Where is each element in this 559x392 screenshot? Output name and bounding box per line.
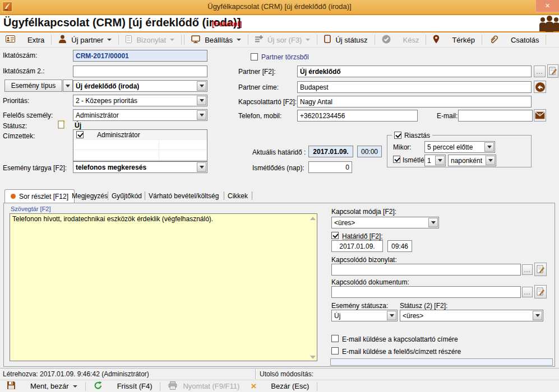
tab-varhato-bevetel[interactable]: Várható bevétel/költség: [149, 192, 219, 200]
refresh-button[interactable]: Frissít (F4): [87, 381, 159, 392]
partner-label: Partner [F2]:: [238, 68, 276, 76]
note-icon: [58, 120, 65, 130]
envelope-icon: [535, 111, 545, 119]
close-button[interactable]: Bezár (Esc): [264, 381, 316, 392]
cimzettek-list[interactable]: Adminisztrátor: [73, 129, 207, 161]
event-type-button[interactable]: Esemény típus: [4, 80, 62, 92]
combo-dropdown-button[interactable]: [533, 311, 542, 320]
window-close-button[interactable]: ×: [535, 0, 559, 12]
ismetlodes-field[interactable]: [308, 161, 352, 173]
tab-label: Sor részlet [F12]: [19, 193, 68, 200]
list-item[interactable]: [73, 140, 207, 150]
aktualis-hatarido-time-field[interactable]: [357, 146, 382, 157]
chevron-down-icon: [170, 39, 174, 41]
esemeny-targya-combo[interactable]: telefonos megkeresés: [73, 161, 207, 173]
chevron-down-icon[interactable]: [107, 39, 112, 41]
combo-dropdown-button[interactable]: [197, 162, 206, 172]
combo-dropdown-button[interactable]: [428, 218, 438, 227]
list-item[interactable]: Adminisztrátor: [73, 130, 207, 140]
hatarido-time-field[interactable]: [387, 240, 412, 252]
save-close-button[interactable]: Ment, bezár: [0, 381, 84, 392]
combo-dropdown-button[interactable]: [484, 142, 494, 152]
tab-sor-reszlet[interactable]: Sor részlet [F12]: [4, 189, 75, 203]
tab-cikkek[interactable]: Cikkek: [228, 192, 248, 200]
iktatoszam2-field[interactable]: [73, 66, 207, 77]
esemeny-targya-label: Esemény tárgya [F2]:: [3, 164, 67, 172]
ismetles-count-combo[interactable]: 1: [424, 155, 446, 166]
hatarido-date-field[interactable]: [331, 240, 383, 252]
telefon-label: Telefon, mobil:: [238, 112, 281, 120]
send-email-button[interactable]: [534, 109, 546, 122]
ismetlodes-label: Ismétlődés (nap):: [252, 164, 304, 172]
partner-torzsbol-checkbox[interactable]: [251, 53, 258, 60]
email-field[interactable]: [458, 110, 533, 122]
combo-dropdown-button[interactable]: [197, 110, 206, 120]
toolbar-new-row-button[interactable]: Új sor (F3): [250, 34, 316, 46]
toolbar-extra-button[interactable]: Extra: [0, 34, 50, 46]
combo-dropdown-button[interactable]: [486, 156, 495, 165]
partner-edit-button[interactable]: [547, 64, 558, 78]
active-tab-dot-icon: [11, 194, 16, 199]
toolbar-new-status-button[interactable]: Új státusz: [318, 34, 373, 46]
felelos-combo[interactable]: Adminisztrátor: [73, 109, 207, 121]
kapcsolat-modja-combo[interactable]: <üres>: [331, 217, 439, 228]
partner-browse-button[interactable]: ...: [534, 66, 546, 77]
chevron-down-icon[interactable]: [73, 385, 77, 388]
print-button[interactable]: Nyomtat (F9/F11): [161, 381, 246, 392]
toolbar-voucher-button[interactable]: Bizonylat: [120, 34, 180, 46]
kapcsolat-modja-value: <üres>: [334, 219, 355, 227]
chevron-down-icon[interactable]: [237, 39, 241, 41]
toolbar-attach-button[interactable]: Csatolás: [483, 34, 545, 46]
toolbar-settings-button[interactable]: Beállítás: [186, 34, 247, 46]
scroll-up-icon[interactable]: [310, 217, 316, 220]
szovegtar-link[interactable]: Szövegtár [F2]: [11, 206, 51, 212]
toolbar-map-button[interactable]: Térkép: [427, 34, 480, 46]
toolbar-separator: [426, 35, 426, 45]
combo-dropdown-button[interactable]: [197, 81, 206, 91]
hatarido-checkbox[interactable]: [331, 232, 339, 239]
combo-dropdown-button[interactable]: [387, 311, 396, 320]
tab-separator: [252, 192, 252, 200]
statusz2-combo[interactable]: <üres>: [400, 310, 543, 321]
mikor-combo[interactable]: 5 perccel előtte: [424, 141, 495, 153]
address-map-button[interactable]: [534, 81, 546, 93]
riasztas-checkbox[interactable]: [394, 132, 401, 139]
ismetles-unit-combo[interactable]: naponként: [448, 155, 496, 166]
bizonylat-edit-button[interactable]: [534, 263, 547, 276]
event-type-combo[interactable]: Új érdeklődő (iroda): [73, 80, 207, 92]
recipient-checkbox[interactable]: [76, 131, 84, 138]
prioritas-label: Prioritás:: [3, 97, 29, 105]
iktatoszam-field[interactable]: [73, 50, 207, 62]
refresh-icon: [94, 381, 103, 391]
scroll-down-icon[interactable]: [310, 356, 316, 359]
aktualis-hatarido-date-field[interactable]: [308, 146, 353, 157]
bizonylat-browse-button[interactable]: ...: [522, 264, 533, 275]
dokumentum-edit-button[interactable]: [534, 285, 547, 298]
combo-dropdown-button[interactable]: [435, 156, 445, 165]
combo-dropdown-button[interactable]: [197, 96, 206, 105]
toolbar-new-partner-button[interactable]: Új partner: [53, 34, 117, 46]
event-type-dropdown-button[interactable]: [63, 80, 73, 92]
esemeny-statusza-combo[interactable]: Új: [331, 310, 398, 321]
prioritas-combo[interactable]: 2 - Közepes prioritás: [73, 95, 207, 106]
kapcsolodo-bizonylat-field[interactable]: [331, 264, 521, 276]
tab-gyujtokod[interactable]: Gyűjtőkód: [112, 192, 142, 200]
chevron-down-icon: [66, 85, 70, 87]
partner-cime-field[interactable]: [297, 81, 532, 93]
kapcsolodo-dokumentum-field[interactable]: [331, 286, 521, 298]
email-felelos-checkbox[interactable]: [331, 347, 339, 354]
kapcsolattarto-field[interactable]: [297, 96, 532, 108]
note-textarea[interactable]: Telefonon hívott, irodatechnikai eszközö…: [10, 213, 317, 361]
list-item[interactable]: [73, 150, 207, 160]
tab-megjegyzes[interactable]: Megjegyzés: [72, 192, 108, 200]
dokumentum-browse-button[interactable]: ...: [522, 287, 533, 297]
email-extra-field[interactable]: [330, 358, 553, 366]
ismetles-label: Ismétlés: [403, 156, 428, 164]
ismetles-checkbox[interactable]: [393, 156, 400, 163]
toolbar-new-partner-label: Új partner: [71, 36, 103, 44]
telefon-field[interactable]: [297, 110, 418, 122]
aktualis-hatarido-label: Aktuális határidő :: [252, 148, 306, 156]
partner-field[interactable]: [297, 66, 532, 77]
email-kapcsolattarto-checkbox[interactable]: [331, 335, 339, 342]
toolbar-done-button[interactable]: Kész: [376, 34, 425, 46]
